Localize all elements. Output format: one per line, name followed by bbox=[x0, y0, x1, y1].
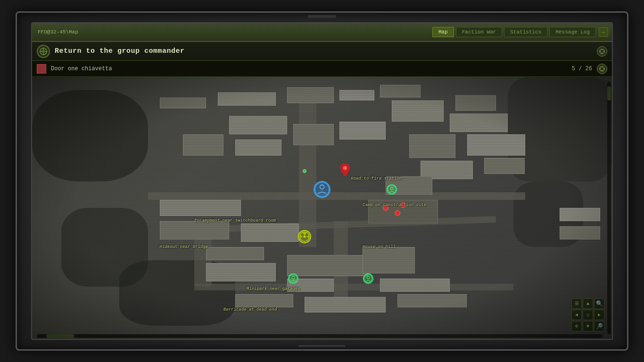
building-ne-1 bbox=[392, 100, 444, 121]
minimize-button[interactable]: — bbox=[599, 27, 608, 37]
road-main-h bbox=[148, 192, 525, 200]
sub-quest-bar: Door one chiavetta 5 / 26 bbox=[32, 61, 612, 77]
device-bottom-detail bbox=[298, 345, 346, 347]
svg-point-23 bbox=[364, 275, 372, 282]
tab-map[interactable]: Map bbox=[432, 27, 454, 37]
building-nw-1 bbox=[160, 98, 206, 108]
building-ne-3 bbox=[450, 114, 508, 132]
tab-faction-war[interactable]: Faction War bbox=[456, 27, 503, 37]
map-surface[interactable]: Road to fire station Camp on constructio… bbox=[32, 77, 612, 339]
building-s-1 bbox=[206, 247, 264, 260]
building-s-3 bbox=[287, 255, 368, 276]
building-n-1 bbox=[339, 90, 374, 100]
terrain-patch-nw bbox=[32, 90, 148, 182]
building-b-2 bbox=[305, 297, 386, 313]
svg-point-1 bbox=[42, 50, 45, 53]
marker-friendly-3 bbox=[363, 273, 373, 284]
map-scrollbar-vertical[interactable] bbox=[607, 82, 611, 334]
building-e-big bbox=[409, 134, 455, 158]
building-nw-3 bbox=[287, 87, 333, 103]
marker-radiation bbox=[298, 230, 311, 243]
building-b-3 bbox=[397, 294, 467, 307]
marker-enemy-2 bbox=[400, 202, 406, 208]
building-far-e-2 bbox=[560, 226, 600, 239]
control-left-button[interactable]: ◄ bbox=[571, 310, 582, 320]
settings-icon bbox=[599, 49, 605, 54]
nav-path: FFD@32-45\Map bbox=[36, 29, 429, 35]
building-c-1 bbox=[229, 116, 287, 134]
map-scrollbar-horizontal-thumb[interactable] bbox=[46, 334, 74, 338]
svg-point-19 bbox=[388, 186, 396, 193]
building-ne-2 bbox=[455, 95, 496, 111]
device-top-detail bbox=[308, 15, 336, 18]
quest-header: Return to the group commander bbox=[32, 42, 612, 61]
control-zoom-in-button[interactable]: 🔍 bbox=[594, 298, 604, 309]
building-apt-3 bbox=[241, 223, 299, 242]
compass-icon bbox=[40, 48, 47, 55]
device-frame: FFD@32-45\Map Map Faction War Statistics… bbox=[16, 11, 628, 351]
screen-container: FFD@32-45\Map Map Faction War Statistics… bbox=[31, 22, 613, 340]
building-n-2 bbox=[380, 85, 421, 98]
sub-quest-counter: 5 / 26 bbox=[572, 66, 592, 72]
control-search-button[interactable]: ⊕ bbox=[571, 321, 582, 331]
building-e-3 bbox=[484, 158, 525, 173]
control-list-button[interactable]: ☰ bbox=[571, 298, 582, 309]
building-nw-2 bbox=[218, 92, 276, 106]
road-bottom-h bbox=[194, 284, 513, 290]
quest-icon bbox=[37, 45, 50, 58]
control-down-button[interactable]: ▼ bbox=[583, 321, 593, 331]
control-up-button[interactable]: ▲ bbox=[583, 298, 593, 309]
building-hill-2 bbox=[380, 279, 450, 292]
building-hill-1 bbox=[363, 247, 415, 273]
marker-waypoint bbox=[340, 164, 350, 179]
sub-quest-icon bbox=[37, 64, 46, 74]
building-c-5 bbox=[339, 122, 386, 140]
sub-quest-nav-button[interactable] bbox=[597, 64, 607, 74]
map-scrollbar-horizontal[interactable] bbox=[37, 334, 603, 338]
marker-green-north bbox=[303, 169, 306, 173]
marker-player bbox=[314, 181, 330, 198]
map-container[interactable]: Road to fire station Camp on constructio… bbox=[32, 77, 612, 339]
nav-tabs: Map Faction War Statistics Message Log bbox=[432, 27, 596, 37]
marker-enemy-1 bbox=[383, 205, 388, 211]
svg-point-18 bbox=[343, 166, 347, 170]
building-apt-1 bbox=[160, 200, 241, 215]
sub-quest-title: Door one chiavetta bbox=[51, 66, 567, 72]
control-right-button[interactable]: ► bbox=[594, 310, 604, 320]
building-s-2 bbox=[206, 263, 276, 281]
map-controls: ☰ ▲ 🔍 ◄ ☺ ► ⊕ ▼ 🔎 bbox=[571, 298, 604, 331]
building-b-1 bbox=[235, 294, 293, 307]
marker-friendly-2 bbox=[288, 273, 298, 284]
svg-point-21 bbox=[289, 275, 297, 282]
tab-message-log[interactable]: Message Log bbox=[549, 27, 596, 37]
building-c-2 bbox=[183, 134, 223, 155]
building-c-4 bbox=[293, 124, 334, 145]
nav-bar: FFD@32-45\Map Map Faction War Statistics… bbox=[32, 23, 612, 42]
quest-settings-button[interactable] bbox=[597, 46, 607, 57]
marker-friendly-1 bbox=[387, 184, 397, 195]
tab-statistics[interactable]: Statistics bbox=[504, 27, 547, 37]
map-scrollbar-vertical-thumb[interactable] bbox=[607, 86, 611, 100]
marker-enemy-3 bbox=[395, 210, 400, 216]
control-center-button[interactable]: ☺ bbox=[583, 310, 593, 320]
building-c-3 bbox=[235, 140, 281, 155]
building-apt-2 bbox=[160, 221, 230, 239]
svg-point-16 bbox=[315, 182, 329, 197]
svg-point-26 bbox=[304, 236, 306, 238]
quest-main-title: Return to the group commander bbox=[55, 47, 592, 55]
building-far-e-1 bbox=[560, 208, 600, 221]
building-e-2 bbox=[467, 134, 525, 155]
control-zoom-out-button[interactable]: 🔎 bbox=[594, 321, 604, 331]
nav-icon bbox=[599, 66, 605, 72]
